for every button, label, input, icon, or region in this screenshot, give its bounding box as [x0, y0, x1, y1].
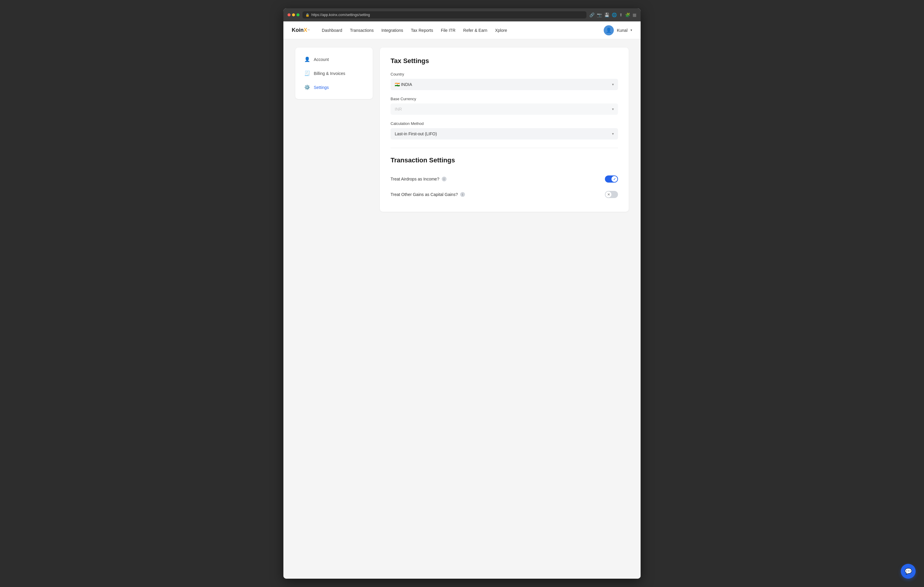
base-currency-select[interactable]: INR	[391, 104, 618, 115]
airdrops-toggle[interactable]: ✓	[605, 176, 618, 183]
country-select-wrapper: 🇮🇳 INDIA 🇺🇸 USA 🇬🇧 UK ▾	[391, 79, 618, 90]
sidebar: 👤 Account 🧾 Billing & Invoices ⚙️ Settin…	[295, 48, 373, 99]
base-currency-label: Base Currency	[391, 97, 618, 101]
person-icon: 👤	[304, 56, 310, 62]
nav-links: Dashboard Transactions Integrations Tax …	[322, 28, 595, 33]
airdrops-info-icon[interactable]: i	[442, 177, 447, 181]
browser-dots	[287, 13, 299, 16]
download-icon[interactable]: 💾	[604, 13, 609, 17]
url-text: https://app.koinx.com/settings/setting	[311, 13, 370, 17]
sidebar-item-settings-label: Settings	[314, 85, 329, 90]
sidebar-item-settings[interactable]: ⚙️ Settings	[298, 80, 370, 94]
nav-transactions[interactable]: Transactions	[350, 28, 374, 33]
other-gains-label-text: Treat Other Gains as Capital Gains?	[391, 192, 458, 197]
airdrops-check-icon: ✓	[613, 177, 616, 181]
user-avatar[interactable]: 👤	[604, 25, 614, 35]
sidebar-item-billing[interactable]: 🧾 Billing & Invoices	[298, 66, 370, 80]
airdrops-toggle-label: Treat Airdrops as Income? i	[391, 177, 447, 181]
other-gains-toggle-row: Treat Other Gains as Capital Gains? i ✕	[391, 187, 618, 202]
calculation-method-field-group: Calculation Method Last-in First-out (LI…	[391, 121, 618, 140]
sidebar-item-account[interactable]: 👤 Account	[298, 53, 370, 66]
user-chevron-icon[interactable]: ▾	[630, 28, 632, 32]
nav-integrations[interactable]: Integrations	[381, 28, 403, 33]
country-field-group: Country 🇮🇳 INDIA 🇺🇸 USA 🇬🇧 UK ▾	[391, 72, 618, 90]
dot-green[interactable]	[297, 13, 299, 16]
sidebar-item-billing-label: Billing & Invoices	[314, 71, 345, 76]
chat-button[interactable]: 💬	[901, 564, 916, 579]
country-select[interactable]: 🇮🇳 INDIA 🇺🇸 USA 🇬🇧 UK	[391, 79, 618, 90]
settings-divider	[391, 148, 618, 148]
calculation-method-label: Calculation Method	[391, 121, 618, 126]
calculation-method-select-wrapper: Last-in First-out (LIFO) First-in First-…	[391, 128, 618, 140]
sidebar-item-account-label: Account	[314, 57, 329, 62]
country-label: Country	[391, 72, 618, 76]
receipt-icon: 🧾	[304, 71, 310, 76]
airdrops-label-text: Treat Airdrops as Income?	[391, 177, 439, 181]
airdrops-toggle-thumb: ✓	[611, 176, 617, 182]
other-gains-info-icon[interactable]: i	[460, 192, 465, 197]
calculation-method-select[interactable]: Last-in First-out (LIFO) First-in First-…	[391, 128, 618, 140]
base-currency-field-group: Base Currency INR ▾	[391, 97, 618, 115]
nav-right: 👤 Kunal ▾	[604, 25, 632, 35]
gear-icon: ⚙️	[304, 84, 310, 90]
browser-actions: 🔗 📷 💾 🌐 ⬆ 🧩 ▦	[589, 13, 637, 17]
upload-icon[interactable]: ⬆	[619, 13, 623, 17]
nav-xplore[interactable]: Xplore	[495, 28, 507, 33]
page-body: 👤 Account 🧾 Billing & Invoices ⚙️ Settin…	[284, 39, 640, 220]
transaction-settings-title: Transaction Settings	[391, 156, 618, 164]
app-content: KoinX™ Dashboard Transactions Integratio…	[284, 21, 640, 579]
other-gains-toggle-label: Treat Other Gains as Capital Gains? i	[391, 192, 465, 197]
avatar-icon: 👤	[606, 27, 612, 33]
camera-icon[interactable]: 📷	[597, 13, 602, 17]
navbar: KoinX™ Dashboard Transactions Integratio…	[284, 21, 640, 39]
nav-tax-reports[interactable]: Tax Reports	[411, 28, 433, 33]
logo-x-text: X	[304, 27, 307, 33]
airdrops-toggle-row: Treat Airdrops as Income? i ✓	[391, 171, 618, 187]
browser-chrome: 🔒 https://app.koinx.com/settings/setting…	[284, 8, 640, 21]
nav-file-itr[interactable]: File ITR	[441, 28, 455, 33]
sidebar-toggle-icon[interactable]: ▦	[633, 13, 637, 17]
dot-yellow[interactable]	[292, 13, 295, 16]
user-name: Kunal	[617, 28, 627, 33]
other-gains-toggle[interactable]: ✕	[605, 191, 618, 198]
dot-red[interactable]	[287, 13, 290, 16]
chat-icon: 💬	[905, 568, 912, 575]
logo-koin-text: Koin	[292, 27, 304, 33]
logo-tm-text: ™	[307, 29, 310, 32]
browser-window: 🔒 https://app.koinx.com/settings/setting…	[284, 8, 640, 579]
other-gains-x-icon: ✕	[607, 193, 610, 197]
nav-refer-earn[interactable]: Refer & Earn	[463, 28, 487, 33]
main-content: Tax Settings Country 🇮🇳 INDIA 🇺🇸 USA 🇬🇧 …	[380, 48, 629, 212]
nav-dashboard[interactable]: Dashboard	[322, 28, 342, 33]
base-currency-select-wrapper: INR ▾	[391, 104, 618, 115]
tax-settings-title: Tax Settings	[391, 57, 618, 65]
globe-icon[interactable]: 🌐	[612, 13, 617, 17]
lock-icon: 🔒	[305, 13, 310, 17]
address-bar[interactable]: 🔒 https://app.koinx.com/settings/setting	[302, 11, 586, 18]
extensions-icon[interactable]: 🧩	[625, 13, 630, 17]
link-icon[interactable]: 🔗	[589, 13, 594, 17]
other-gains-toggle-thumb: ✕	[606, 191, 611, 197]
logo[interactable]: KoinX™	[292, 27, 310, 33]
